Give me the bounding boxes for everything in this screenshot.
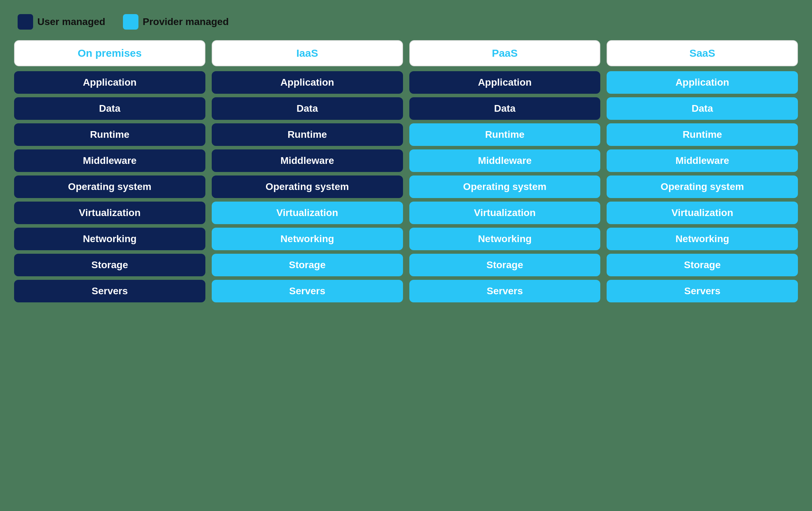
cell-paas-networking: Networking xyxy=(409,228,601,250)
cell-saas-operating-system: Operating system xyxy=(607,176,798,198)
header-paas: PaaS xyxy=(409,40,601,66)
cell-saas-virtualization: Virtualization xyxy=(607,202,798,224)
cell-iaas-data: Data xyxy=(212,97,403,120)
column-saas: SaaSApplicationDataRuntimeMiddlewareOper… xyxy=(607,40,798,302)
provider-managed-swatch xyxy=(123,14,138,30)
provider-managed-legend: Provider managed xyxy=(123,14,229,30)
user-managed-legend: User managed xyxy=(18,14,105,30)
cell-iaas-operating-system: Operating system xyxy=(212,176,403,198)
cell-paas-runtime: Runtime xyxy=(409,123,601,146)
cell-on-premises-networking: Networking xyxy=(14,228,205,250)
cell-saas-middleware: Middleware xyxy=(607,149,798,172)
cell-paas-middleware: Middleware xyxy=(409,149,601,172)
cell-iaas-servers: Servers xyxy=(212,280,403,302)
cell-paas-data: Data xyxy=(409,97,601,120)
header-saas: SaaS xyxy=(607,40,798,66)
column-iaas: IaaSApplicationDataRuntimeMiddlewareOper… xyxy=(212,40,403,302)
user-managed-swatch xyxy=(18,14,33,30)
provider-managed-label: Provider managed xyxy=(143,16,229,27)
comparison-grid: On premisesApplicationDataRuntimeMiddlew… xyxy=(14,40,798,302)
cell-on-premises-storage: Storage xyxy=(14,254,205,276)
cell-saas-data: Data xyxy=(607,97,798,120)
cell-paas-application: Application xyxy=(409,71,601,94)
cell-paas-virtualization: Virtualization xyxy=(409,202,601,224)
legend: User managed Provider managed xyxy=(14,14,798,30)
cell-saas-runtime: Runtime xyxy=(607,123,798,146)
column-paas: PaaSApplicationDataRuntimeMiddlewareOper… xyxy=(409,40,601,302)
cell-iaas-virtualization: Virtualization xyxy=(212,202,403,224)
header-iaas: IaaS xyxy=(212,40,403,66)
cell-saas-networking: Networking xyxy=(607,228,798,250)
cell-on-premises-middleware: Middleware xyxy=(14,149,205,172)
cell-on-premises-runtime: Runtime xyxy=(14,123,205,146)
user-managed-label: User managed xyxy=(37,16,105,27)
cell-iaas-storage: Storage xyxy=(212,254,403,276)
cell-saas-storage: Storage xyxy=(607,254,798,276)
cell-saas-application: Application xyxy=(607,71,798,94)
cell-paas-storage: Storage xyxy=(409,254,601,276)
cell-paas-servers: Servers xyxy=(409,280,601,302)
cell-on-premises-servers: Servers xyxy=(14,280,205,302)
cell-paas-operating-system: Operating system xyxy=(409,176,601,198)
cell-iaas-middleware: Middleware xyxy=(212,149,403,172)
cell-iaas-networking: Networking xyxy=(212,228,403,250)
cell-on-premises-data: Data xyxy=(14,97,205,120)
column-on-premises: On premisesApplicationDataRuntimeMiddlew… xyxy=(14,40,205,302)
cell-on-premises-virtualization: Virtualization xyxy=(14,202,205,224)
cell-on-premises-operating-system: Operating system xyxy=(14,176,205,198)
cell-saas-servers: Servers xyxy=(607,280,798,302)
cell-iaas-application: Application xyxy=(212,71,403,94)
cell-iaas-runtime: Runtime xyxy=(212,123,403,146)
header-on-premises: On premises xyxy=(14,40,205,66)
cell-on-premises-application: Application xyxy=(14,71,205,94)
